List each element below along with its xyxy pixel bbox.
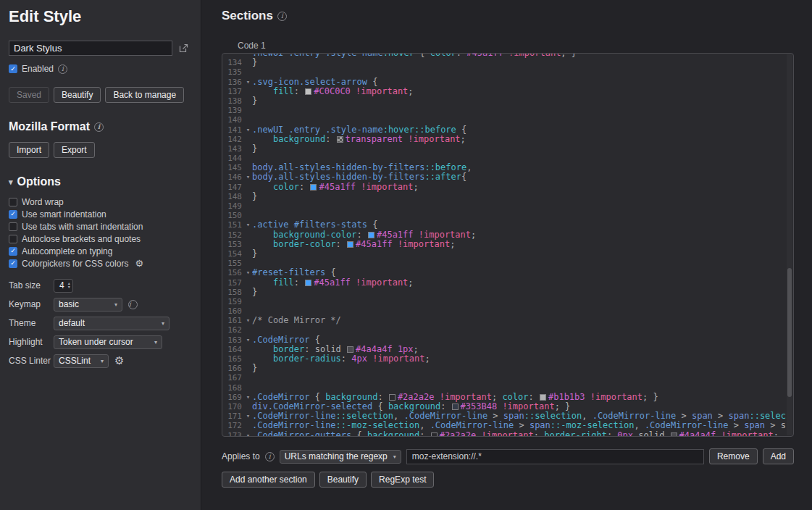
remove-applies-button[interactable]: Remove: [709, 448, 758, 464]
option-use-tabs-with-smart-indentation[interactable]: Use tabs with smart indentation: [9, 220, 192, 233]
code-line[interactable]: 135: [222, 67, 793, 77]
applies-to-value-input[interactable]: [406, 449, 704, 464]
code-line[interactable]: 169▾.CodeMirror { background: #2a2a2e !i…: [222, 393, 793, 402]
number-stepper[interactable]: ▴▾: [68, 282, 70, 289]
use-smart-indentation-checkbox[interactable]: ✓: [9, 210, 17, 219]
code-line[interactable]: 158}: [222, 288, 793, 297]
option-autocomplete-on-typing[interactable]: ✓Autocomplete on typing: [9, 245, 192, 257]
code-line[interactable]: 138}: [222, 96, 793, 106]
color-swatch[interactable]: [431, 432, 438, 438]
option-autoclose-brackets-and-quotes[interactable]: Autoclose brackets and quotes: [9, 233, 192, 245]
autocomplete-on-typing-checkbox[interactable]: ✓: [9, 247, 17, 256]
code-line[interactable]: 171▾.CodeMirror-line::selection, .CodeMi…: [222, 411, 793, 421]
code-line[interactable]: 173▾.CodeMirror-gutters { background: #2…: [222, 431, 793, 438]
fold-arrow-icon[interactable]: ▾: [244, 268, 252, 277]
color-swatch[interactable]: [310, 184, 317, 191]
code-line[interactable]: 149: [222, 201, 793, 211]
fold-arrow-icon[interactable]: ▾: [244, 220, 252, 230]
code-line[interactable]: 148}: [222, 192, 793, 201]
word-wrap-checkbox[interactable]: [9, 198, 17, 206]
use-tabs-with-smart-indentation-checkbox[interactable]: [9, 222, 17, 231]
code-line[interactable]: 155: [222, 259, 793, 268]
code-line[interactable]: 150: [222, 211, 793, 220]
code-line[interactable]: 153 border-color: #45a1ff !important;: [222, 240, 793, 249]
style-name-input[interactable]: [9, 41, 172, 56]
code-line[interactable]: 154}: [222, 249, 793, 259]
code-line[interactable]: 168: [222, 383, 793, 393]
code-line-partial[interactable]: .newUI .entry .style-name:hover { color:…: [222, 53, 793, 58]
code-line[interactable]: 146▾body.all-styles-hidden-by-filters::a…: [222, 172, 793, 182]
color-swatch[interactable]: [305, 88, 311, 95]
import-button[interactable]: Import: [9, 142, 49, 158]
fold-arrow-icon[interactable]: ▾: [244, 393, 252, 402]
applies-to-type-select[interactable]: URLs matching the regexp ▾: [280, 450, 401, 464]
fold-arrow-icon[interactable]: ▾: [244, 431, 252, 438]
option-word-wrap[interactable]: Word wrap: [9, 196, 192, 208]
scrollbar-thumb[interactable]: [787, 268, 792, 398]
transparent-color-swatch[interactable]: [337, 136, 343, 143]
color-swatch[interactable]: [389, 394, 395, 401]
code-line[interactable]: 144: [222, 154, 793, 163]
code-line[interactable]: 151▾.active #filters-stats {: [222, 220, 793, 230]
fold-arrow-icon[interactable]: ▾: [244, 316, 252, 325]
code-line[interactable]: 145body.all-styles-hidden-by-filters::be…: [222, 163, 793, 172]
code-line[interactable]: 156▾#reset-filters {: [222, 268, 793, 277]
highlight-select[interactable]: Token under cursor▾: [54, 335, 162, 349]
add-another-section-button[interactable]: Add another section: [222, 472, 315, 488]
color-swatch[interactable]: [540, 394, 546, 401]
saved-button[interactable]: Saved: [9, 87, 49, 103]
autoclose-brackets-and-quotes-checkbox[interactable]: [9, 235, 17, 243]
code-line[interactable]: 167: [222, 373, 793, 382]
code-line[interactable]: 152 background-color: #45a1ff !important…: [222, 230, 793, 240]
tab-size-input[interactable]: 4▴▾: [54, 279, 73, 293]
code-line[interactable]: 162: [222, 325, 793, 335]
code-line[interactable]: 157 fill: #45a1ff !important;: [222, 278, 793, 288]
color-swatch[interactable]: [452, 404, 459, 410]
enabled-checkbox[interactable]: ✓: [9, 64, 17, 73]
fold-arrow-icon[interactable]: ▾: [244, 78, 252, 87]
code-line[interactable]: 142 background: transparent !important;: [222, 135, 793, 144]
option-colorpickers-for-css-colors[interactable]: ✓Colorpickers for CSS colors⚙: [9, 257, 192, 269]
code-line[interactable]: 137 fill: #C0C0C0 !important;: [222, 87, 793, 96]
enabled-row[interactable]: ✓ Enabled i: [9, 62, 192, 75]
code-line[interactable]: 165 border-radius: 4px !important;: [222, 354, 793, 364]
fold-arrow-icon[interactable]: ▾: [244, 125, 252, 135]
code-line[interactable]: 159: [222, 297, 793, 306]
back-to-manage-button[interactable]: Back to manage: [105, 87, 184, 103]
code-line[interactable]: 160: [222, 306, 793, 316]
code-line[interactable]: 140: [222, 115, 793, 125]
export-button[interactable]: Export: [54, 142, 95, 158]
code-line[interactable]: 163▾.CodeMirror {: [222, 335, 793, 345]
code-line[interactable]: 147 color: #45a1ff !important;: [222, 183, 793, 192]
editor-scrollbar[interactable]: [787, 54, 792, 435]
colorpickers-for-css-colors-checkbox[interactable]: ✓: [9, 259, 17, 268]
code-line[interactable]: 172.CodeMirror-line::-moz-selection, .Co…: [222, 421, 793, 430]
beautify-button[interactable]: Beautify: [54, 87, 101, 103]
fold-arrow-icon[interactable]: ▾: [244, 172, 252, 182]
code-line[interactable]: 141▾.newUI .entry .style-name:hover::bef…: [222, 125, 793, 135]
gear-icon[interactable]: ⚙: [114, 354, 124, 367]
option-use-smart-indentation[interactable]: ✓Use smart indentation: [9, 208, 192, 220]
code-line[interactable]: 136▾.svg-icon.select-arrow {: [222, 78, 793, 87]
options-header[interactable]: ▾ Options: [9, 175, 192, 188]
color-swatch[interactable]: [305, 280, 311, 286]
keymap-select[interactable]: basic▾: [54, 298, 122, 312]
code-editor[interactable]: .newUI .entry .style-name:hover { color:…: [222, 53, 794, 437]
color-swatch[interactable]: [671, 432, 677, 438]
color-swatch[interactable]: [368, 232, 374, 238]
fold-arrow-icon[interactable]: ▾: [244, 335, 252, 345]
add-applies-button[interactable]: Add: [763, 448, 794, 464]
color-swatch[interactable]: [347, 346, 353, 353]
open-editor-window-icon[interactable]: [178, 43, 189, 54]
fold-arrow-icon[interactable]: ▾: [244, 411, 252, 421]
theme-select[interactable]: default▾: [54, 317, 169, 330]
regexp-test-button[interactable]: RegExp test: [371, 472, 434, 488]
code-line[interactable]: 143}: [222, 144, 793, 154]
code-line[interactable]: 139: [222, 106, 793, 115]
code-line[interactable]: 134}: [222, 58, 793, 67]
code-line[interactable]: 161▾/* Code Mirror */: [222, 316, 793, 325]
code-line[interactable]: 166}: [222, 364, 793, 373]
beautify-button[interactable]: Beautify: [319, 472, 367, 488]
gear-icon[interactable]: ⚙: [135, 258, 143, 269]
color-swatch[interactable]: [347, 241, 353, 248]
